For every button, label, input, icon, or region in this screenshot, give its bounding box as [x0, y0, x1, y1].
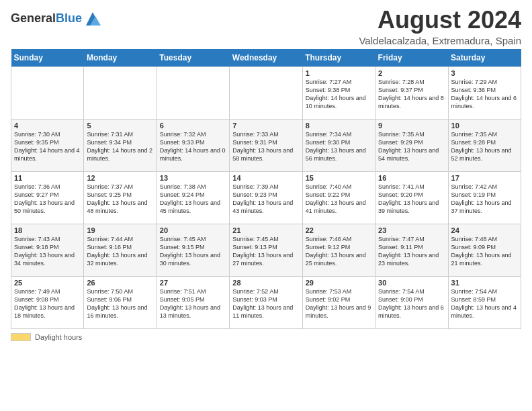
cell-content: Sunrise: 7:43 AM Sunset: 9:18 PM Dayligh…: [14, 235, 81, 268]
calendar-cell: 8Sunrise: 7:34 AM Sunset: 9:30 PM Daylig…: [302, 119, 375, 171]
cell-content: Sunrise: 7:44 AM Sunset: 9:16 PM Dayligh…: [87, 235, 153, 268]
day-number: 30: [378, 279, 445, 287]
day-header-tuesday: Tuesday: [157, 49, 229, 67]
calendar-cell: 17Sunrise: 7:42 AM Sunset: 9:19 PM Dayli…: [448, 171, 521, 224]
cell-content: Sunrise: 7:54 AM Sunset: 8:59 PM Dayligh…: [451, 287, 518, 320]
day-number: 24: [451, 226, 518, 234]
calendar-cell: 24Sunrise: 7:48 AM Sunset: 9:09 PM Dayli…: [448, 224, 521, 276]
day-number: 27: [160, 279, 226, 287]
calendar-cell: 10Sunrise: 7:35 AM Sunset: 9:28 PM Dayli…: [448, 119, 521, 171]
header: GeneralBlue August 2024 Valdelacalzada, …: [11, 7, 521, 46]
calendar-cell: 7Sunrise: 7:33 AM Sunset: 9:31 PM Daylig…: [230, 119, 302, 171]
day-header-saturday: Saturday: [448, 49, 521, 67]
day-number: 9: [378, 122, 445, 130]
cell-content: Sunrise: 7:40 AM Sunset: 9:22 PM Dayligh…: [306, 183, 372, 216]
day-number: 3: [451, 69, 518, 77]
day-header-friday: Friday: [375, 49, 448, 67]
day-number: 13: [160, 174, 226, 182]
footer-label: Daylight hours: [35, 333, 82, 341]
calendar-cell: 16Sunrise: 7:41 AM Sunset: 9:20 PM Dayli…: [375, 171, 448, 224]
logo-blue: Blue: [56, 11, 82, 25]
cell-content: Sunrise: 7:53 AM Sunset: 9:02 PM Dayligh…: [306, 287, 372, 320]
day-number: 20: [160, 226, 226, 234]
calendar-cell: 19Sunrise: 7:44 AM Sunset: 9:16 PM Dayli…: [84, 224, 157, 276]
day-number: 8: [306, 122, 372, 130]
cell-content: Sunrise: 7:49 AM Sunset: 9:08 PM Dayligh…: [14, 287, 81, 320]
footer: Daylight hours: [11, 333, 521, 341]
calendar-cell: 11Sunrise: 7:36 AM Sunset: 9:27 PM Dayli…: [11, 171, 84, 224]
week-row-4: 18Sunrise: 7:43 AM Sunset: 9:18 PM Dayli…: [11, 224, 521, 276]
cell-content: Sunrise: 7:36 AM Sunset: 9:27 PM Dayligh…: [14, 183, 81, 216]
calendar-title: August 2024: [359, 7, 521, 34]
calendar-cell: [230, 66, 302, 119]
day-number: 26: [87, 279, 153, 287]
cell-content: Sunrise: 7:38 AM Sunset: 9:24 PM Dayligh…: [160, 183, 226, 216]
cell-content: Sunrise: 7:54 AM Sunset: 9:00 PM Dayligh…: [378, 287, 445, 320]
day-header-sunday: Sunday: [11, 49, 84, 67]
cell-content: Sunrise: 7:34 AM Sunset: 9:30 PM Dayligh…: [306, 130, 372, 163]
calendar-cell: 14Sunrise: 7:39 AM Sunset: 9:23 PM Dayli…: [230, 171, 302, 224]
cell-content: Sunrise: 7:28 AM Sunset: 9:37 PM Dayligh…: [378, 78, 445, 111]
calendar-cell: 5Sunrise: 7:31 AM Sunset: 9:34 PM Daylig…: [84, 119, 157, 171]
calendar-cell: 29Sunrise: 7:53 AM Sunset: 9:02 PM Dayli…: [302, 276, 375, 328]
calendar-cell: 25Sunrise: 7:49 AM Sunset: 9:08 PM Dayli…: [11, 276, 84, 328]
calendar-cell: 15Sunrise: 7:40 AM Sunset: 9:22 PM Dayli…: [302, 171, 375, 224]
day-number: 23: [378, 226, 445, 234]
calendar-cell: 26Sunrise: 7:50 AM Sunset: 9:06 PM Dayli…: [84, 276, 157, 328]
day-number: 15: [306, 174, 372, 182]
day-number: 25: [14, 279, 81, 287]
calendar-cell: 13Sunrise: 7:38 AM Sunset: 9:24 PM Dayli…: [157, 171, 229, 224]
calendar-cell: 9Sunrise: 7:35 AM Sunset: 9:29 PM Daylig…: [375, 119, 448, 171]
logo-icon: [83, 9, 102, 28]
logo: GeneralBlue: [11, 9, 102, 28]
day-number: 17: [451, 174, 518, 182]
cell-content: Sunrise: 7:33 AM Sunset: 9:31 PM Dayligh…: [232, 130, 299, 163]
day-number: 14: [232, 174, 299, 182]
week-row-2: 4Sunrise: 7:30 AM Sunset: 9:35 PM Daylig…: [11, 119, 521, 171]
calendar-subtitle: Valdelacalzada, Extremadura, Spain: [359, 35, 521, 46]
calendar-cell: 28Sunrise: 7:52 AM Sunset: 9:03 PM Dayli…: [230, 276, 302, 328]
day-number: 2: [378, 69, 445, 77]
calendar-cell: 21Sunrise: 7:45 AM Sunset: 9:13 PM Dayli…: [230, 224, 302, 276]
week-row-1: 1Sunrise: 7:27 AM Sunset: 9:38 PM Daylig…: [11, 66, 521, 119]
day-number: 1: [306, 69, 372, 77]
calendar-cell: 3Sunrise: 7:29 AM Sunset: 9:36 PM Daylig…: [448, 66, 521, 119]
day-number: 11: [14, 174, 81, 182]
cell-content: Sunrise: 7:47 AM Sunset: 9:11 PM Dayligh…: [378, 235, 445, 268]
day-number: 4: [14, 122, 81, 130]
week-row-5: 25Sunrise: 7:49 AM Sunset: 9:08 PM Dayli…: [11, 276, 521, 328]
cell-content: Sunrise: 7:42 AM Sunset: 9:19 PM Dayligh…: [451, 183, 518, 216]
day-number: 6: [160, 122, 226, 130]
cell-content: Sunrise: 7:27 AM Sunset: 9:38 PM Dayligh…: [306, 78, 372, 111]
cell-content: Sunrise: 7:31 AM Sunset: 9:34 PM Dayligh…: [87, 130, 153, 163]
cell-content: Sunrise: 7:51 AM Sunset: 9:05 PM Dayligh…: [160, 287, 226, 320]
cell-content: Sunrise: 7:50 AM Sunset: 9:06 PM Dayligh…: [87, 287, 153, 320]
calendar-cell: 27Sunrise: 7:51 AM Sunset: 9:05 PM Dayli…: [157, 276, 229, 328]
cell-content: Sunrise: 7:41 AM Sunset: 9:20 PM Dayligh…: [378, 183, 445, 216]
day-header-thursday: Thursday: [302, 49, 375, 67]
day-number: 5: [87, 122, 153, 130]
day-number: 31: [451, 279, 518, 287]
logo-text: GeneralBlue: [11, 12, 82, 26]
calendar-cell: 30Sunrise: 7:54 AM Sunset: 9:00 PM Dayli…: [375, 276, 448, 328]
cell-content: Sunrise: 7:35 AM Sunset: 9:28 PM Dayligh…: [451, 130, 518, 163]
cell-content: Sunrise: 7:32 AM Sunset: 9:33 PM Dayligh…: [160, 130, 226, 163]
calendar-cell: 31Sunrise: 7:54 AM Sunset: 8:59 PM Dayli…: [448, 276, 521, 328]
calendar-cell: 12Sunrise: 7:37 AM Sunset: 9:25 PM Dayli…: [84, 171, 157, 224]
calendar-cell: [157, 66, 229, 119]
week-row-3: 11Sunrise: 7:36 AM Sunset: 9:27 PM Dayli…: [11, 171, 521, 224]
calendar-cell: 23Sunrise: 7:47 AM Sunset: 9:11 PM Dayli…: [375, 224, 448, 276]
cell-content: Sunrise: 7:48 AM Sunset: 9:09 PM Dayligh…: [451, 235, 518, 268]
day-number: 21: [232, 226, 299, 234]
cell-content: Sunrise: 7:46 AM Sunset: 9:12 PM Dayligh…: [306, 235, 372, 268]
cell-content: Sunrise: 7:37 AM Sunset: 9:25 PM Dayligh…: [87, 183, 153, 216]
calendar-cell: 22Sunrise: 7:46 AM Sunset: 9:12 PM Dayli…: [302, 224, 375, 276]
cell-content: Sunrise: 7:39 AM Sunset: 9:23 PM Dayligh…: [232, 183, 299, 216]
cell-content: Sunrise: 7:52 AM Sunset: 9:03 PM Dayligh…: [232, 287, 299, 320]
cell-content: Sunrise: 7:45 AM Sunset: 9:15 PM Dayligh…: [160, 235, 226, 268]
calendar-cell: 4Sunrise: 7:30 AM Sunset: 9:35 PM Daylig…: [11, 119, 84, 171]
calendar-cell: 20Sunrise: 7:45 AM Sunset: 9:15 PM Dayli…: [157, 224, 229, 276]
calendar-cell: 2Sunrise: 7:28 AM Sunset: 9:37 PM Daylig…: [375, 66, 448, 119]
calendar-cell: 1Sunrise: 7:27 AM Sunset: 9:38 PM Daylig…: [302, 66, 375, 119]
calendar-cell: 6Sunrise: 7:32 AM Sunset: 9:33 PM Daylig…: [157, 119, 229, 171]
